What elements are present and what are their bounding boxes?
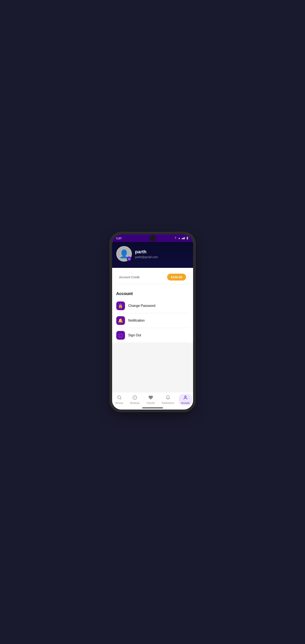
svg-point-5 bbox=[185, 396, 186, 397]
wifi-icon: ▲ bbox=[178, 237, 181, 240]
svg-line-1 bbox=[120, 398, 121, 399]
status-icons: 📍 ▲ 🔋 bbox=[174, 237, 189, 240]
nav-account[interactable]: Account bbox=[179, 394, 192, 406]
profile-header: 👤 ✏ parth parth@gmail.com bbox=[112, 242, 193, 268]
sign-out-icon: ⬚ bbox=[119, 333, 123, 338]
profile-name: parth bbox=[135, 249, 158, 254]
browse-label: Browse bbox=[115, 402, 123, 404]
phone-frame: 1:27 📍 ▲ 🔋 👤 ✏ parth parth@gmail. bbox=[112, 234, 193, 410]
nav-notifications[interactable]: Notifications bbox=[159, 394, 177, 406]
status-time: 1:27 bbox=[116, 237, 122, 240]
favorite-label: Favorite bbox=[147, 402, 155, 404]
account-nav-label: Account bbox=[181, 402, 190, 404]
account-nav-icon bbox=[183, 395, 188, 401]
nav-favorite[interactable]: Favorite bbox=[144, 394, 157, 406]
bell-icon: 🔔 bbox=[118, 318, 123, 323]
avatar-container[interactable]: 👤 ✏ bbox=[116, 246, 132, 262]
bottom-nav: Browse Bookings Favorite bbox=[112, 392, 193, 410]
menu-item-change-password[interactable]: 🔒 Change Password bbox=[116, 298, 189, 313]
edit-avatar-button[interactable]: ✏ bbox=[127, 257, 131, 261]
camera-notch bbox=[149, 235, 156, 242]
edit-icon: ✏ bbox=[128, 258, 130, 260]
account-section-title: Account bbox=[116, 291, 189, 296]
notifications-label: Notifications bbox=[162, 402, 174, 404]
credit-section: Account Credit $100.00 bbox=[115, 270, 190, 284]
favorite-icon bbox=[148, 395, 153, 401]
menu-item-sign-out[interactable]: ⬚ Sign Out bbox=[116, 328, 189, 343]
credit-amount: $100.00 bbox=[167, 274, 186, 280]
bookings-label: Bookings bbox=[130, 402, 140, 404]
notification-label: Notification bbox=[128, 319, 145, 322]
main-content: Account Credit $100.00 Account 🔒 Change … bbox=[112, 268, 193, 343]
nav-bookings[interactable]: Bookings bbox=[128, 394, 142, 406]
account-section: Account 🔒 Change Password 🔔 Notification… bbox=[112, 288, 193, 343]
change-password-label: Change Password bbox=[128, 304, 156, 308]
profile-email: parth@gmail.com bbox=[135, 256, 158, 259]
notifications-icon bbox=[166, 395, 170, 401]
location-icon: 📍 bbox=[174, 237, 177, 240]
lock-icon: 🔒 bbox=[118, 303, 123, 308]
change-password-icon-box: 🔒 bbox=[116, 302, 125, 310]
profile-info: parth parth@gmail.com bbox=[135, 249, 158, 259]
credit-label: Account Credit bbox=[119, 275, 140, 279]
menu-item-notification[interactable]: 🔔 Notification bbox=[116, 313, 189, 328]
notification-icon-box: 🔔 bbox=[116, 316, 125, 325]
home-indicator bbox=[142, 408, 163, 408]
sign-out-icon-box: ⬚ bbox=[116, 331, 125, 340]
avatar-icon: 👤 bbox=[119, 250, 129, 258]
signal-bars bbox=[182, 237, 185, 239]
browse-icon bbox=[117, 395, 122, 401]
nav-browse[interactable]: Browse bbox=[113, 394, 126, 406]
battery-icon: 🔋 bbox=[186, 237, 189, 240]
status-bar: 1:27 📍 ▲ 🔋 bbox=[112, 234, 193, 242]
bookings-icon bbox=[132, 395, 137, 401]
sign-out-label: Sign Out bbox=[128, 334, 141, 337]
